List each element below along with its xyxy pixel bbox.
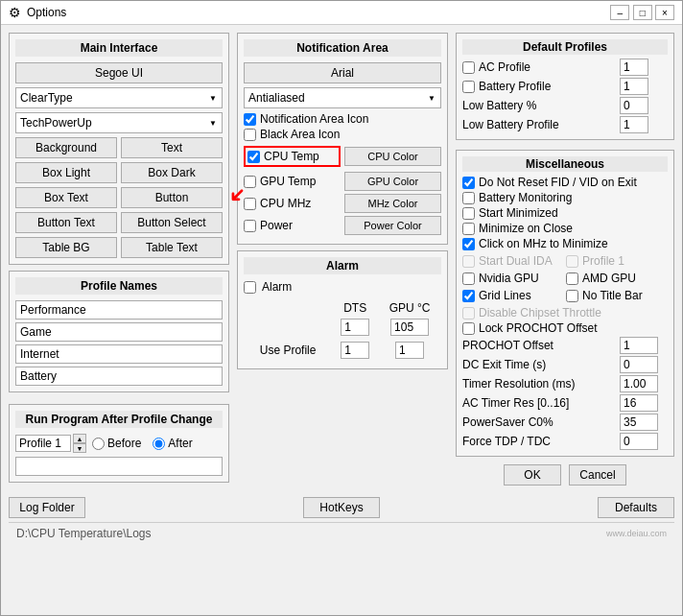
powersaver-c0-input[interactable] (620, 414, 658, 431)
low-battery-profile-input[interactable] (620, 116, 648, 133)
power-checkbox[interactable] (244, 220, 256, 232)
log-folder-button[interactable]: Log Folder (9, 497, 85, 518)
use-profile-gpu-input[interactable] (395, 342, 424, 359)
gpu-temp-label: GPU Temp (260, 175, 316, 188)
box-dark-button[interactable]: Box Dark (121, 162, 223, 183)
spinner-buttons: ▲ ▼ (73, 434, 86, 453)
box-text-button[interactable]: Box Text (15, 187, 117, 208)
close-button[interactable]: × (655, 5, 674, 20)
gpu-row: Nvidia GPU AMD GPU (462, 270, 668, 287)
profile-input-3[interactable] (15, 344, 223, 364)
table-bg-button[interactable]: Table BG (15, 237, 117, 258)
nvidia-gpu-checkbox[interactable] (462, 272, 475, 285)
maximize-button[interactable]: □ (633, 5, 652, 20)
battery-profile-input[interactable] (620, 78, 648, 95)
cpu-mhz-checkbox[interactable] (244, 198, 256, 210)
after-radio[interactable] (153, 438, 165, 450)
button-button[interactable]: Button (121, 187, 223, 208)
mid-panel: Notification Area Arial Antialiased None… (237, 33, 448, 486)
timer-resolution-input[interactable] (620, 375, 658, 392)
after-label: After (168, 437, 192, 450)
after-radio-label[interactable]: After (153, 437, 192, 450)
start-dual-ida-checkbox[interactable] (462, 255, 475, 268)
dc-exit-time-input[interactable] (620, 356, 658, 373)
table-text-button[interactable]: Table Text (121, 237, 223, 258)
before-radio-label[interactable]: Before (92, 437, 141, 450)
low-battery-input[interactable] (620, 97, 648, 114)
cpu-color-button[interactable]: CPU Color (344, 147, 441, 166)
gpu-c-value-input[interactable] (390, 319, 429, 336)
minimize-on-close-checkbox[interactable] (462, 223, 475, 235)
battery-monitoring-row: Battery Monitoring (462, 191, 668, 204)
profile-1-checkbox[interactable] (566, 255, 578, 268)
profile-input-4[interactable] (15, 367, 223, 386)
start-minimized-checkbox[interactable] (462, 207, 475, 220)
alarm-empty-cell (246, 317, 330, 338)
program-path-input[interactable] (15, 457, 223, 476)
minimize-on-close-label: Minimize on Close (479, 222, 573, 235)
theme-dropdown[interactable]: TechPowerUp Default Dark (15, 112, 223, 133)
profile-spinner: ▲ ▼ (15, 434, 86, 453)
gpu-temp-check-row: GPU Temp (244, 175, 341, 188)
minimize-button[interactable]: – (610, 5, 629, 20)
profile-input-2[interactable] (15, 322, 223, 342)
nvidia-gpu-row: Nvidia GPU (462, 272, 564, 285)
text-button[interactable]: Text (121, 137, 223, 158)
do-not-reset-checkbox[interactable] (462, 177, 475, 189)
lock-prochot-label: Lock PROCHOT Offset (479, 321, 598, 335)
ac-profile-input[interactable] (620, 59, 648, 76)
cancel-button[interactable]: Cancel (569, 464, 626, 486)
use-profile-dts-input[interactable] (341, 342, 369, 359)
start-minimized-label: Start Minimized (479, 206, 558, 220)
lock-prochot-checkbox[interactable] (462, 322, 475, 335)
notif-font-button[interactable]: Arial (244, 62, 441, 83)
button-select-button[interactable]: Button Select (121, 212, 223, 233)
notif-area-icon-checkbox[interactable] (244, 113, 256, 126)
status-path: D:\CPU Temperature\Logs (16, 527, 152, 540)
grid-lines-checkbox[interactable] (462, 290, 475, 302)
ok-button[interactable]: OK (504, 464, 561, 486)
force-tdp-tdc-input[interactable] (620, 433, 658, 450)
gpu-temp-checkbox[interactable] (244, 176, 256, 188)
profile-names-section: Profile Names (9, 271, 229, 392)
spinner-down-button[interactable]: ▼ (73, 443, 86, 453)
power-color-button[interactable]: Power Color (344, 216, 441, 235)
box-light-button[interactable]: Box Light (15, 162, 117, 183)
button-text-button[interactable]: Button Text (15, 212, 117, 233)
ac-profile-row: AC Profile (462, 60, 614, 74)
notif-area-icon-row: Notification Area Icon (244, 112, 441, 126)
amd-gpu-checkbox[interactable] (566, 272, 578, 285)
ac-profile-checkbox[interactable] (462, 61, 475, 74)
hotkeys-button[interactable]: HotKeys (303, 497, 380, 518)
cpu-temp-checkbox[interactable] (247, 151, 260, 163)
notif-rendering-dropdown[interactable]: Antialiased None ClearType (244, 87, 441, 108)
spinner-up-button[interactable]: ▲ (73, 434, 86, 443)
before-radio[interactable] (92, 438, 105, 450)
prochot-offset-input[interactable] (620, 337, 658, 354)
profile-input-1[interactable] (15, 300, 223, 320)
profile-spinner-input[interactable] (15, 435, 71, 452)
default-profiles-section: Default Profiles AC Profile Battery Prof… (456, 33, 674, 140)
no-title-bar-checkbox[interactable] (566, 290, 578, 302)
notification-area-section: Notification Area Arial Antialiased None… (237, 33, 448, 245)
action-buttons-row: Log Folder HotKeys Defaults (9, 497, 674, 518)
dts-value-input[interactable] (341, 319, 369, 336)
disable-chipset-label: Disable Chipset Throttle (479, 306, 601, 320)
profile-names-title: Profile Names (15, 277, 223, 295)
alarm-header: Alarm (244, 280, 441, 294)
battery-profile-checkbox[interactable] (462, 81, 475, 93)
gpu-color-button[interactable]: GPU Color (344, 172, 441, 191)
alarm-checkbox[interactable] (244, 281, 256, 294)
battery-monitoring-checkbox[interactable] (462, 192, 475, 204)
font-name-button[interactable]: Segoe UI (15, 62, 223, 83)
disable-chipset-checkbox[interactable] (462, 307, 475, 320)
background-button[interactable]: Background (15, 137, 117, 158)
click-on-mhz-checkbox[interactable] (462, 238, 475, 250)
mhz-color-button[interactable]: MHz Color (344, 194, 441, 213)
miscellaneous-title: Miscellaneous (462, 156, 668, 172)
options-dialog: ⚙ Options – □ × ➜ Main Interface Segoe U… (0, 0, 683, 616)
rendering-dropdown[interactable]: ClearType Antialiased None (15, 87, 223, 108)
ac-timer-res-input[interactable] (620, 394, 658, 412)
black-area-icon-checkbox[interactable] (244, 129, 256, 141)
defaults-button[interactable]: Defaults (598, 497, 674, 518)
